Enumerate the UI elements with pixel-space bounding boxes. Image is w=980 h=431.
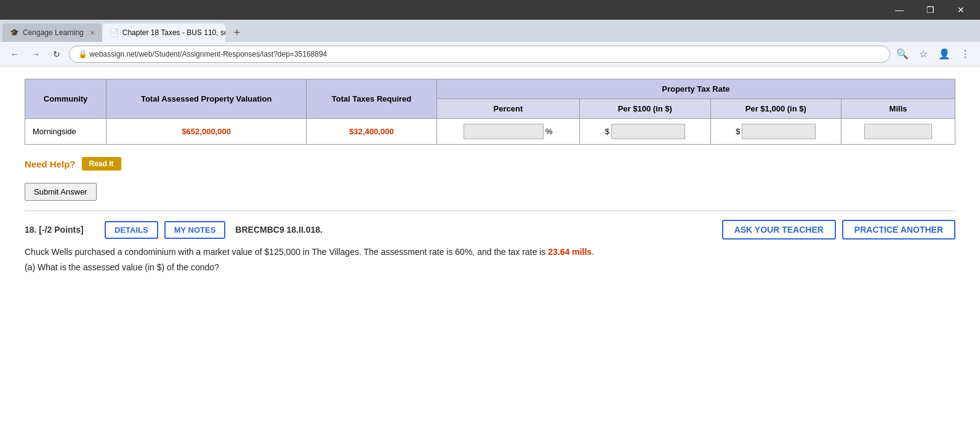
per100-input[interactable] xyxy=(611,124,685,139)
per100-input-cell: $ xyxy=(579,119,710,145)
total-taxes-cell: $32,400,000 xyxy=(307,119,437,145)
problem-description: Chuck Wells purchased a condominium with… xyxy=(25,246,955,259)
community-cell: Morningside xyxy=(25,119,106,145)
my-notes-button[interactable]: MY NOTES xyxy=(164,221,226,239)
nav-right-icons: 🔍 ☆ 👤 ⋮ xyxy=(894,46,974,63)
mills-header: Mills xyxy=(841,99,955,119)
need-help-section: Need Help? Read It xyxy=(25,157,955,171)
address-bar[interactable]: 🔒 webassign.net/web/Student/Assignment-R… xyxy=(69,46,890,63)
description-end: . xyxy=(592,247,594,257)
back-button[interactable]: ← xyxy=(6,46,23,63)
practice-another-button[interactable]: PRACTICE ANOTHER xyxy=(842,220,955,240)
per100-dollar-sign: $ xyxy=(605,127,609,136)
problem-code: BRECMBC9 18.II.018. xyxy=(235,225,323,235)
per1000-input[interactable] xyxy=(742,124,816,139)
total-assessed-header: Total Assessed Property Valuation xyxy=(106,79,307,119)
bookmark-icon[interactable]: ☆ xyxy=(915,46,932,63)
percent-header: Percent xyxy=(436,99,579,119)
minimize-button[interactable]: — xyxy=(885,1,914,19)
cengage-favicon: 🎓 xyxy=(10,28,19,37)
nav-bar: ← → ↻ 🔒 webassign.net/web/Student/Assign… xyxy=(0,42,980,66)
total-assessed-cell: $652,000,000 xyxy=(106,119,307,145)
new-tab-button[interactable]: + xyxy=(228,23,246,42)
ask-teacher-button[interactable]: ASK YOUR TEACHER xyxy=(722,220,836,240)
forward-button[interactable]: → xyxy=(27,46,44,63)
search-icon[interactable]: 🔍 xyxy=(894,46,911,63)
menu-icon[interactable]: ⋮ xyxy=(957,46,974,63)
address-text: webassign.net/web/Student/Assignment-Res… xyxy=(89,50,327,58)
close-button[interactable]: ✕ xyxy=(947,1,975,19)
tab-chapter18[interactable]: 📄 Chapter 18 Taxes - BUS 110, sec ✕ xyxy=(102,23,225,42)
restore-button[interactable]: ❐ xyxy=(916,1,944,19)
highlight-mills: 23.64 mills xyxy=(548,247,592,257)
description-text: Chuck Wells purchased a condominium with… xyxy=(25,247,545,257)
details-button[interactable]: DETAILS xyxy=(105,221,158,239)
refresh-button[interactable]: ↻ xyxy=(48,46,65,63)
per100-header: Per $100 (in $) xyxy=(579,99,710,119)
bottom-section: 18. [-/2 Points] DETAILS MY NOTES BRECMB… xyxy=(25,211,955,272)
property-tax-table: Community Total Assessed Property Valuat… xyxy=(25,79,955,145)
sub-question: (a) What is the assessed value (in $) of… xyxy=(25,262,955,272)
tab-label-cengage: Cengage Learning xyxy=(23,28,84,37)
submit-answer-button[interactable]: Submit Answer xyxy=(25,183,97,201)
points-label: 18. [-/2 Points] xyxy=(25,225,98,235)
page-content: Community Total Assessed Property Valuat… xyxy=(0,66,980,431)
title-bar: — ❐ ✕ xyxy=(0,0,980,20)
tab-cengage-learning[interactable]: 🎓 Cengage Learning ✕ xyxy=(2,23,102,42)
mills-input[interactable] xyxy=(864,124,932,139)
total-taxes-header: Total Taxes Required xyxy=(307,79,437,119)
mills-input-cell xyxy=(841,119,955,145)
address-icon: 🔒 xyxy=(78,50,87,58)
table-row: Morningside $652,000,000 $32,400,000 % $ xyxy=(25,119,955,145)
per1000-header: Per $1,000 (in $) xyxy=(710,99,841,119)
per1000-input-cell: $ xyxy=(710,119,841,145)
percent-input[interactable] xyxy=(464,124,544,139)
browser-chrome: — ❐ ✕ 🎓 Cengage Learning ✕ 📄 Chapter 18 … xyxy=(0,0,980,66)
bottom-row: 18. [-/2 Points] DETAILS MY NOTES BRECMB… xyxy=(25,220,955,240)
read-it-button[interactable]: Read It xyxy=(82,157,121,171)
title-bar-controls: — ❐ ✕ xyxy=(885,1,975,19)
need-help-label: Need Help? xyxy=(25,159,76,169)
property-tax-rate-header: Property Tax Rate xyxy=(436,79,955,99)
profile-icon[interactable]: 👤 xyxy=(936,46,953,63)
percent-symbol: % xyxy=(545,127,553,136)
tabs-bar: 🎓 Cengage Learning ✕ 📄 Chapter 18 Taxes … xyxy=(0,20,980,42)
percent-input-cell: % xyxy=(436,119,579,145)
chapter18-favicon: 📄 xyxy=(110,28,119,37)
tab-label-chapter18: Chapter 18 Taxes - BUS 110, sec xyxy=(122,28,225,37)
per1000-dollar-sign: $ xyxy=(736,127,740,136)
community-header: Community xyxy=(25,79,106,119)
tab-close-cengage[interactable]: ✕ xyxy=(90,30,95,36)
